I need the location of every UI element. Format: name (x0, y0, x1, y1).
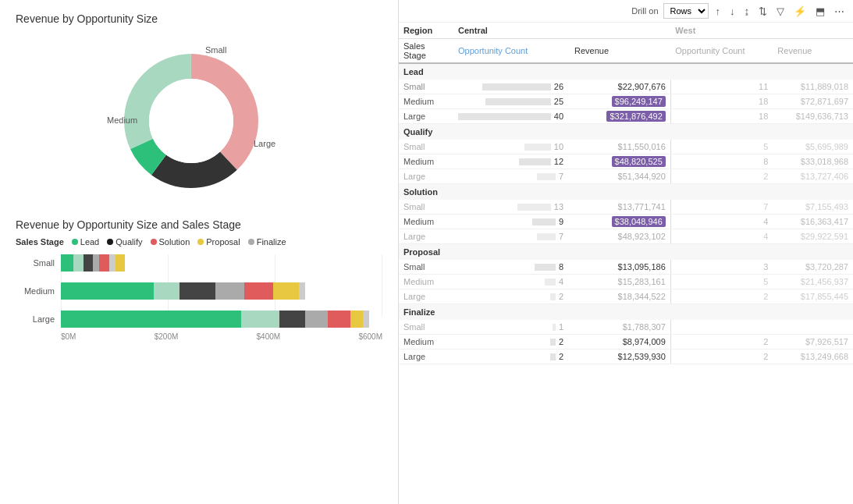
bar-label-large: Large (16, 314, 55, 324)
bar-seg (328, 311, 350, 328)
right-panel: Drill on Rows ↑ ↓ ↨ ⇅ ▽ ⚡ ⬒ ⋯ Region Cen… (398, 0, 853, 504)
x-axis: $0M $200M $400M $600M (61, 332, 382, 341)
sub-header-row: Sales Stage Opportunity Count Revenue Op… (399, 39, 853, 64)
finalize-dot (248, 239, 254, 245)
proposal-label: Proposal (399, 244, 853, 261)
bar-seg (244, 282, 273, 300)
west-rev-cell: $16,363,417 (773, 215, 853, 229)
x-label-400: $400M (257, 332, 281, 341)
solution-label: Solution (399, 184, 853, 201)
west-count-cell: 2 (670, 350, 773, 364)
icon-down[interactable]: ↓ (727, 4, 737, 19)
solution-small-row: Small 13 $13,771,741 7 $7,155,493 (399, 200, 853, 215)
west-count-cell: 18 (670, 94, 773, 109)
legend-solution-label: Solution (159, 237, 190, 247)
bar-row-small: Small (61, 254, 382, 272)
donut-large-label: Large (254, 139, 275, 148)
bar-seg (61, 282, 154, 300)
bar-track-medium (61, 282, 382, 300)
bar-track-small (61, 254, 382, 272)
count-cell: 8 (453, 260, 570, 275)
west-rev-cell: $5,695,989 (773, 140, 853, 154)
stage-cell: Small (399, 80, 453, 94)
west-count-header: Opportunity Count (670, 39, 773, 64)
central-region-header: Central (453, 23, 670, 39)
lead-label: Lead (399, 63, 853, 80)
bar-seg (350, 311, 363, 328)
legend-finalize-label: Finalize (257, 237, 286, 247)
finalize-small-row: Small 1 $1,788,307 (399, 320, 853, 335)
count-cell: 12 (453, 154, 570, 169)
region-header-row: Region Central West (399, 23, 853, 39)
icon-export[interactable]: ⬒ (813, 4, 827, 19)
count-cell: 2 (453, 350, 570, 364)
drill-on-select[interactable]: Rows (663, 3, 709, 19)
legend-item-lead: Lead (72, 237, 99, 247)
donut-chart: Small Medium Large (90, 31, 308, 203)
qualify-group-header: Qualify (399, 124, 853, 140)
icon-sort-asc[interactable]: ↨ (742, 4, 752, 19)
count-cell: 7 (453, 229, 570, 244)
stage-cell: Large (399, 229, 453, 244)
stage-cell: Medium (399, 215, 453, 229)
bar-seg (273, 282, 299, 300)
count-cell: 2 (453, 289, 570, 304)
bar-title: Revenue by Opportunity Size and Sales St… (16, 218, 382, 231)
bar-seg (84, 254, 93, 272)
bar-row-large: Large (61, 311, 382, 328)
proposal-medium-row: Medium 4 $15,283,161 5 $21,456,937 (399, 275, 853, 289)
donut-medium-label: Medium (107, 115, 137, 125)
proposal-dot (197, 239, 204, 245)
west-count-cell: 7 (670, 200, 773, 215)
table-wrapper: Region Central West Sales Stage Opportun… (399, 23, 853, 504)
bar-seg (279, 311, 305, 328)
west-count-cell: 2 (670, 335, 773, 350)
qualify-dot (107, 239, 113, 245)
stage-cell: Small (399, 140, 453, 154)
rev-cell: $12,539,930 (570, 350, 670, 364)
lead-dot (72, 239, 78, 245)
rev-cell: $11,550,016 (570, 140, 670, 154)
west-count-cell: 8 (670, 154, 773, 169)
bar-label-small: Small (16, 258, 55, 268)
stage-cell: Large (399, 169, 453, 184)
rev-cell: $321,876,492 (570, 109, 670, 124)
west-rev-cell: $29,922,591 (773, 229, 853, 244)
west-region-header: West (670, 23, 853, 39)
donut-title: Revenue by Opportunity Size (16, 12, 158, 25)
left-panel: Revenue by Opportunity Size (0, 0, 398, 504)
rev-cell: $48,923,102 (570, 229, 670, 244)
count-cell: 7 (453, 169, 570, 184)
west-count-cell: 2 (670, 169, 773, 184)
west-rev-cell: $11,889,018 (773, 80, 853, 94)
bar-section: Revenue by Opportunity Size and Sales St… (16, 218, 382, 492)
count-cell: 40 (453, 109, 570, 124)
solution-dot (151, 239, 157, 245)
svg-point-4 (149, 79, 233, 163)
stage-cell: Medium (399, 154, 453, 169)
bar-legend: Sales Stage Lead Qualify Solution Propos… (16, 237, 382, 247)
west-count-cell: 2 (670, 289, 773, 304)
qualify-medium-row: Medium 12 $48,820,525 8 $33,018,968 (399, 154, 853, 169)
solution-group-header: Solution (399, 184, 853, 201)
west-rev-header: Revenue (773, 39, 853, 64)
icon-up[interactable]: ↑ (713, 4, 723, 19)
icon-more[interactable]: ⋯ (832, 4, 847, 19)
x-label-200: $200M (155, 332, 179, 341)
stage-cell: Medium (399, 335, 453, 350)
lead-group-header: Lead (399, 63, 853, 80)
count-cell: 4 (453, 275, 570, 289)
icon-filter[interactable]: ▽ (774, 4, 787, 19)
west-count-cell: 5 (670, 275, 773, 289)
bar-seg (299, 282, 305, 300)
west-rev-cell: $7,155,493 (773, 200, 853, 215)
bar-seg (215, 282, 244, 300)
west-rev-cell: $3,720,287 (773, 260, 853, 275)
icon-sort-desc[interactable]: ⇅ (756, 4, 769, 19)
central-rev-header: Revenue (570, 39, 670, 64)
west-rev-cell: $17,855,445 (773, 289, 853, 304)
data-table: Region Central West Sales Stage Opportun… (399, 23, 853, 364)
bar-seg (93, 254, 99, 272)
rev-cell: $51,344,920 (570, 169, 670, 184)
icon-chart[interactable]: ⚡ (791, 4, 809, 19)
